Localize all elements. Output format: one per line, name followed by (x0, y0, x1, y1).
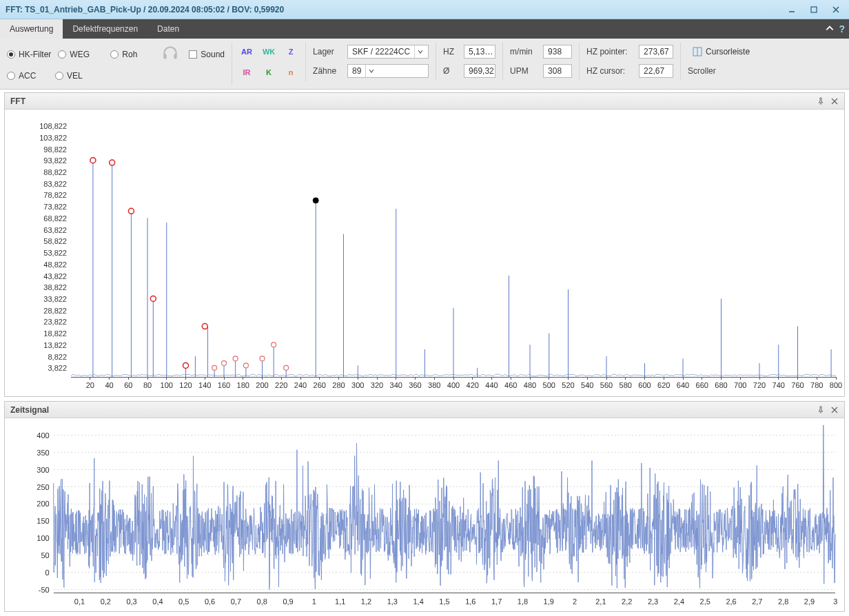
svg-text:48,822: 48,822 (43, 260, 67, 269)
ribbon-menu: Auswertung Defektfrequenzen Daten ? (0, 19, 849, 39)
upm-input[interactable]: 308 (543, 64, 572, 78)
cursor-icon (693, 47, 702, 57)
svg-text:340: 340 (390, 381, 402, 389)
zaehne-label: Zähne (313, 66, 340, 76)
svg-text:40: 40 (105, 381, 113, 389)
svg-text:2: 2 (573, 597, 577, 606)
zaehne-combo[interactable]: 89 (347, 64, 429, 78)
pin-icon[interactable] (814, 403, 828, 417)
pin-icon[interactable] (814, 94, 828, 108)
svg-text:0,8: 0,8 (257, 597, 267, 606)
svg-text:58,822: 58,822 (43, 237, 67, 245)
panel-close-icon[interactable] (828, 94, 841, 108)
svg-text:150: 150 (37, 517, 49, 526)
svg-text:580: 580 (620, 381, 632, 389)
svg-text:2,1: 2,1 (595, 597, 606, 606)
cursorleiste-button[interactable]: Cursorleiste (688, 45, 755, 59)
svg-text:250: 250 (37, 483, 49, 491)
svg-text:160: 160 (218, 381, 230, 389)
svg-text:420: 420 (467, 381, 479, 389)
svg-text:740: 740 (773, 381, 785, 389)
svg-text:300: 300 (37, 466, 49, 474)
channel-Z[interactable]: Z (283, 48, 298, 56)
svg-text:1,5: 1,5 (439, 597, 449, 606)
headphones-icon[interactable] (161, 44, 179, 64)
channel-n[interactable]: n (283, 68, 298, 76)
minimize-button[interactable] (781, 2, 802, 17)
svg-text:200: 200 (256, 381, 268, 389)
hz-input[interactable]: 5,13… (464, 45, 495, 59)
svg-point-149 (110, 160, 115, 165)
chevron-down-icon (414, 45, 425, 58)
channel-AR[interactable]: AR (239, 48, 254, 56)
svg-text:400: 400 (37, 431, 49, 440)
maximize-button[interactable] (804, 2, 824, 17)
fft-chart-area[interactable]: 2040608010012014016018020022024026028030… (5, 110, 844, 396)
scroller-label[interactable]: Scroller (688, 66, 716, 76)
svg-point-154 (212, 365, 217, 370)
hz-cursor-label: HZ cursor: (586, 66, 632, 76)
svg-text:0,6: 0,6 (205, 597, 215, 606)
svg-point-160 (284, 365, 289, 370)
svg-text:360: 360 (409, 381, 421, 389)
svg-text:1,6: 1,6 (465, 597, 475, 606)
radio-roh[interactable]: Roh (110, 50, 152, 59)
channel-K[interactable]: K (261, 68, 276, 76)
checkbox-sound[interactable]: Sound (189, 50, 225, 59)
tab-auswertung[interactable]: Auswertung (0, 19, 63, 39)
close-button[interactable] (826, 2, 846, 17)
svg-text:480: 480 (524, 381, 536, 389)
tab-defektfrequenzen[interactable]: Defektfrequenzen (63, 19, 147, 39)
svg-text:780: 780 (810, 381, 823, 389)
svg-text:1,1: 1,1 (335, 597, 345, 606)
svg-text:38,822: 38,822 (43, 283, 67, 291)
svg-text:73,822: 73,822 (43, 203, 67, 211)
svg-text:0,3: 0,3 (126, 597, 136, 606)
hz-dia-group: HZ 5,13… Ø 969,32 (442, 43, 503, 80)
svg-text:600: 600 (638, 381, 651, 389)
svg-text:2,4: 2,4 (674, 597, 684, 606)
svg-text:2,7: 2,7 (752, 597, 762, 606)
dia-input[interactable]: 969,32 (464, 64, 495, 78)
channel-group: AR WK Z IR K n (238, 43, 306, 81)
svg-text:620: 620 (657, 381, 670, 389)
lager-combo[interactable]: SKF / 22224CC (347, 45, 429, 59)
zeitsignal-panel-header: Zeitsignal (5, 402, 844, 418)
svg-text:23,822: 23,822 (43, 318, 67, 326)
radio-vel[interactable]: VEL (55, 71, 96, 81)
svg-text:0,5: 0,5 (178, 597, 189, 606)
mmin-input[interactable]: 938 (543, 45, 572, 59)
svg-text:1: 1 (312, 597, 316, 606)
svg-text:380: 380 (428, 381, 440, 389)
channel-WK[interactable]: WK (261, 48, 276, 56)
svg-text:63,822: 63,822 (43, 226, 67, 234)
svg-point-156 (233, 356, 238, 361)
svg-text:280: 280 (332, 381, 345, 389)
zeitsignal-panel-title: Zeitsignal (10, 405, 49, 415)
window-controls (781, 2, 846, 17)
svg-point-159 (272, 342, 276, 347)
svg-text:0,4: 0,4 (152, 597, 163, 606)
channel-IR[interactable]: IR (239, 68, 254, 76)
svg-text:8,822: 8,822 (48, 353, 67, 361)
help-icon[interactable]: ? (839, 23, 845, 34)
pointer-group: HZ pointer: 273,67 HZ cursor: 22,67 (585, 43, 681, 80)
tab-daten[interactable]: Daten (147, 19, 189, 39)
speed-group: m/min 938 UPM 308 (509, 43, 580, 80)
radio-acc[interactable]: ACC (7, 71, 48, 81)
ribbon-collapse-icon[interactable] (825, 23, 835, 35)
zeitsignal-chart-area[interactable]: -500501001502002503003504000,10,20,30,40… (5, 418, 844, 611)
svg-text:28,822: 28,822 (43, 307, 67, 315)
svg-text:320: 320 (371, 381, 383, 389)
svg-text:180: 180 (237, 381, 249, 389)
radio-hk-filter[interactable]: HK-Filter (7, 50, 51, 59)
svg-text:78,822: 78,822 (43, 191, 67, 199)
radio-weg[interactable]: WEG (58, 50, 99, 59)
svg-text:800: 800 (830, 381, 842, 389)
svg-rect-5 (174, 54, 177, 59)
svg-point-152 (183, 362, 189, 368)
fft-panel-header: FFT (5, 93, 844, 110)
svg-text:80: 80 (143, 381, 152, 389)
panel-close-icon[interactable] (828, 403, 841, 417)
svg-text:0,1: 0,1 (74, 597, 85, 606)
